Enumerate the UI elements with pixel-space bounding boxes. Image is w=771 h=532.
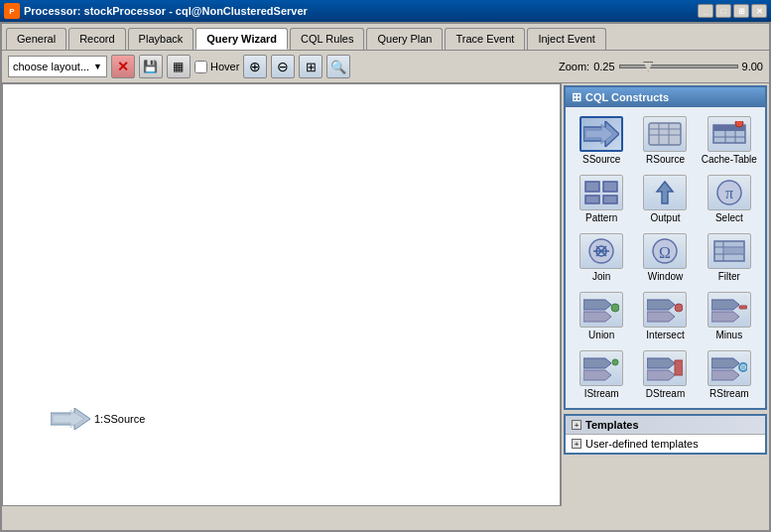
svg-text:π: π [725, 185, 733, 201]
pattern-label: Pattern [585, 212, 617, 223]
svg-text:Ω: Ω [660, 244, 672, 261]
svg-marker-47 [647, 370, 675, 380]
intersect-icon [643, 292, 687, 328]
cql-item-join[interactable]: Join [570, 228, 633, 287]
tab-record[interactable]: Record [68, 28, 125, 50]
svg-marker-44 [583, 370, 611, 380]
cql-item-istream[interactable]: IStream [570, 345, 633, 404]
svg-rect-42 [739, 306, 747, 309]
svg-rect-16 [603, 182, 617, 192]
chevron-down-icon: ▼ [93, 62, 102, 71]
rsource-label: RSource [646, 154, 685, 165]
layout-button[interactable]: ▦ [167, 55, 191, 78]
templates-expand-icon[interactable]: + [572, 420, 581, 430]
svg-marker-52 [741, 365, 745, 369]
cql-item-output[interactable]: Output [633, 170, 697, 228]
cql-item-ssource[interactable]: SSource [570, 111, 633, 170]
zoom-out-button[interactable]: ⊖ [271, 55, 295, 78]
cql-item-intersect[interactable]: Intersect [633, 287, 697, 345]
templates-panel: + Templates + User-defined templates [564, 414, 767, 455]
tab-general[interactable]: General [6, 28, 66, 50]
svg-marker-41 [711, 312, 739, 322]
filter-icon-svg [711, 238, 747, 264]
svg-rect-33 [723, 247, 744, 254]
canvas-area[interactable]: 1:SSource [2, 83, 561, 506]
join-label: Join [592, 271, 610, 282]
tab-cql-rules[interactable]: CQL Rules [290, 28, 364, 50]
cql-constructs-header: ⊞ CQL Constructs [566, 87, 765, 107]
toolbar: choose layout... ▼ ✕ 💾 ▦ Hover ⊕ ⊖ ⊞ [2, 50, 769, 83]
cql-item-dstream[interactable]: DStream [633, 345, 697, 404]
pattern-icon-svg [583, 180, 619, 205]
cql-item-minus[interactable]: Minus [698, 287, 761, 345]
cql-grid: SSource RSour [566, 107, 765, 408]
svg-point-45 [612, 359, 618, 365]
rstream-label: RStream [709, 388, 748, 399]
minus-label: Minus [715, 330, 742, 340]
output-icon-svg [647, 180, 683, 205]
user-templates-expand-icon[interactable]: + [572, 439, 581, 449]
cql-item-rstream[interactable]: RStream [698, 345, 761, 404]
search-button[interactable]: 🔍 [326, 55, 350, 78]
intersect-label: Intersect [646, 330, 684, 340]
svg-marker-43 [583, 358, 611, 368]
window-icon: Ω [643, 233, 687, 269]
layout-dropdown[interactable]: choose layout... ▼ [8, 56, 107, 77]
cql-item-select[interactable]: π Select [698, 170, 761, 228]
svg-marker-38 [647, 312, 675, 322]
cql-item-rsource[interactable]: RSource [633, 111, 697, 170]
grid-icon: ⊞ [572, 90, 581, 104]
save-button[interactable]: 💾 [139, 55, 163, 78]
svg-point-14 [735, 121, 743, 127]
cql-item-pattern[interactable]: Pattern [570, 170, 633, 228]
hover-checkbox[interactable]: Hover [194, 61, 239, 73]
svg-marker-46 [647, 358, 675, 368]
hover-check-input[interactable] [194, 61, 207, 73]
cql-item-window[interactable]: Ω Window [633, 228, 697, 287]
user-defined-templates-row[interactable]: + User-defined templates [566, 435, 765, 453]
filter-icon [707, 233, 751, 269]
tab-query-plan[interactable]: Query Plan [366, 28, 443, 50]
fit-button[interactable]: ⊞ [299, 55, 322, 78]
tab-trace-event[interactable]: Trace Event [445, 28, 525, 50]
tab-playback[interactable]: Playback [128, 28, 194, 50]
cache-table-label: Cache-Table [702, 154, 757, 165]
minus-icon-svg [711, 297, 747, 323]
title-bar: P Processor: stockProcessor - cql@NonClu… [0, 0, 771, 22]
canvas-node-label: 1:SSource [94, 413, 145, 425]
ssource-icon-svg [583, 121, 619, 147]
istream-icon [579, 350, 623, 386]
canvas-node-ssource[interactable]: 1:SSource [51, 408, 145, 430]
app-icon: P [4, 3, 20, 19]
zoom-thumb [643, 62, 653, 71]
cql-item-cache-table[interactable]: Cache-Table [698, 111, 761, 170]
svg-point-39 [675, 304, 683, 312]
output-label: Output [650, 212, 680, 223]
templates-title: Templates [585, 419, 639, 431]
tab-inject-event[interactable]: Inject Event [527, 28, 605, 50]
zoom-max-value: 9.00 [742, 61, 763, 72]
zoom-in-button[interactable]: ⊕ [243, 55, 267, 78]
delete-button[interactable]: ✕ [111, 55, 135, 78]
zoom-slider[interactable] [619, 65, 738, 68]
cql-item-filter[interactable]: Filter [698, 228, 761, 287]
close-button[interactable]: ✕ [751, 4, 767, 18]
restore-button[interactable]: □ [715, 4, 731, 18]
svg-marker-50 [711, 370, 739, 380]
filter-label: Filter [718, 271, 740, 282]
select-label: Select [715, 212, 743, 223]
rsource-icon-svg [647, 121, 683, 147]
maximize-button[interactable]: ⊞ [733, 4, 749, 18]
search-icon: 🔍 [330, 60, 346, 74]
hover-label: Hover [210, 61, 239, 72]
cache-table-icon-svg [711, 121, 747, 147]
zoom-in-icon: ⊕ [249, 59, 261, 74]
tab-query-wizard[interactable]: Query Wizard [195, 28, 288, 50]
istream-icon-svg [583, 355, 619, 381]
window-label: Window [648, 271, 684, 282]
rstream-icon [707, 350, 751, 386]
right-panel: ⊞ CQL Constructs SSource [561, 83, 769, 506]
zoom-min-value: 0.25 [593, 61, 614, 72]
minimize-button[interactable]: _ [698, 4, 713, 18]
cql-item-union[interactable]: Union [570, 287, 633, 345]
